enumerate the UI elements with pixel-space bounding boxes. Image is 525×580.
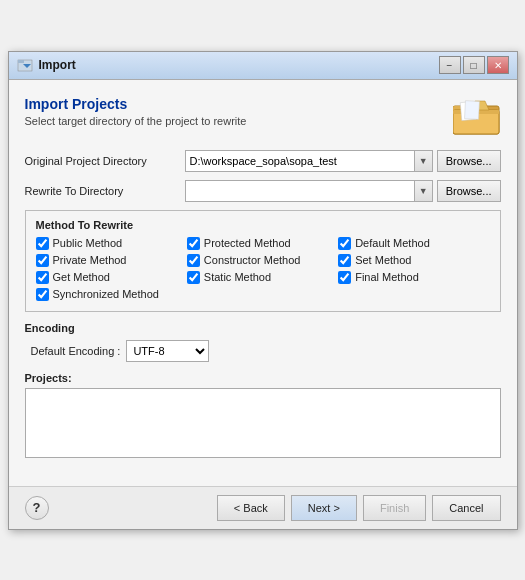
original-dir-input[interactable] bbox=[186, 151, 414, 171]
finish-button[interactable]: Finish bbox=[363, 495, 426, 521]
rewrite-browse-button[interactable]: Browse... bbox=[437, 180, 501, 202]
dialog-content: Import Projects Select target directory … bbox=[9, 80, 517, 486]
maximize-button[interactable]: □ bbox=[463, 56, 485, 74]
help-button[interactable]: ? bbox=[25, 496, 49, 520]
title-bar-left: Import bbox=[17, 57, 76, 73]
original-dir-dropdown-arrow[interactable]: ▼ bbox=[414, 151, 432, 171]
encoding-title: Encoding bbox=[25, 322, 501, 334]
method-checkbox-grid: Public Method Protected Method Default M… bbox=[36, 237, 490, 301]
method-group: Method To Rewrite Public Method Protecte… bbox=[25, 210, 501, 312]
dialog-footer: ? < Back Next > Finish Cancel bbox=[9, 486, 517, 529]
checkbox-public-method[interactable]: Public Method bbox=[36, 237, 187, 250]
checkbox-default-method[interactable]: Default Method bbox=[338, 237, 489, 250]
back-button[interactable]: < Back bbox=[217, 495, 285, 521]
checkbox-set-method[interactable]: Set Method bbox=[338, 254, 489, 267]
rewrite-dir-row: Rewrite To Directory ▼ Browse... bbox=[25, 180, 501, 202]
import-dialog: Import − □ ✕ Import Projects Select targ… bbox=[8, 51, 518, 530]
title-bar: Import − □ ✕ bbox=[9, 52, 517, 80]
header-text: Import Projects Select target directory … bbox=[25, 96, 247, 127]
checkbox-private-method[interactable]: Private Method bbox=[36, 254, 187, 267]
footer-left: ? bbox=[25, 496, 49, 520]
rewrite-dir-input-group: ▼ Browse... bbox=[185, 180, 501, 202]
svg-rect-9 bbox=[464, 100, 479, 119]
title-bar-controls: − □ ✕ bbox=[439, 56, 509, 74]
minimize-button[interactable]: − bbox=[439, 56, 461, 74]
rewrite-dir-dropdown-arrow[interactable]: ▼ bbox=[414, 181, 432, 201]
next-button[interactable]: Next > bbox=[291, 495, 357, 521]
checkbox-constructor-method[interactable]: Constructor Method bbox=[187, 254, 338, 267]
encoding-row: Default Encoding : UTF-8 UTF-16 ISO-8859… bbox=[25, 340, 501, 362]
encoding-select[interactable]: UTF-8 UTF-16 ISO-8859-1 US-ASCII bbox=[126, 340, 209, 362]
close-button[interactable]: ✕ bbox=[487, 56, 509, 74]
checkbox-protected-method[interactable]: Protected Method bbox=[187, 237, 338, 250]
svg-rect-1 bbox=[18, 60, 24, 63]
footer-right: < Back Next > Finish Cancel bbox=[217, 495, 501, 521]
checkbox-get-method[interactable]: Get Method bbox=[36, 271, 187, 284]
page-header: Import Projects Select target directory … bbox=[25, 96, 501, 136]
import-icon bbox=[17, 57, 33, 73]
window-title: Import bbox=[39, 58, 76, 72]
page-subtitle: Select target directory of the project t… bbox=[25, 115, 247, 127]
encoding-section: Encoding Default Encoding : UTF-8 UTF-16… bbox=[25, 322, 501, 362]
projects-label: Projects: bbox=[25, 372, 501, 384]
original-dir-combo[interactable]: ▼ bbox=[185, 150, 433, 172]
original-browse-button[interactable]: Browse... bbox=[437, 150, 501, 172]
page-title: Import Projects bbox=[25, 96, 247, 112]
original-dir-row: Original Project Directory ▼ Browse... bbox=[25, 150, 501, 172]
checkbox-static-method[interactable]: Static Method bbox=[187, 271, 338, 284]
checkbox-synchronized-method[interactable]: Synchronized Method bbox=[36, 288, 187, 301]
projects-section: Projects: bbox=[25, 372, 501, 458]
folder-icon bbox=[453, 96, 501, 136]
rewrite-dir-combo[interactable]: ▼ bbox=[185, 180, 433, 202]
cancel-button[interactable]: Cancel bbox=[432, 495, 500, 521]
original-dir-input-group: ▼ Browse... bbox=[185, 150, 501, 172]
original-dir-label: Original Project Directory bbox=[25, 155, 185, 167]
rewrite-dir-label: Rewrite To Directory bbox=[25, 185, 185, 197]
checkbox-final-method[interactable]: Final Method bbox=[338, 271, 489, 284]
projects-list[interactable] bbox=[25, 388, 501, 458]
encoding-label: Default Encoding : bbox=[31, 345, 121, 357]
rewrite-dir-input[interactable] bbox=[186, 181, 414, 201]
method-group-title: Method To Rewrite bbox=[36, 219, 490, 231]
